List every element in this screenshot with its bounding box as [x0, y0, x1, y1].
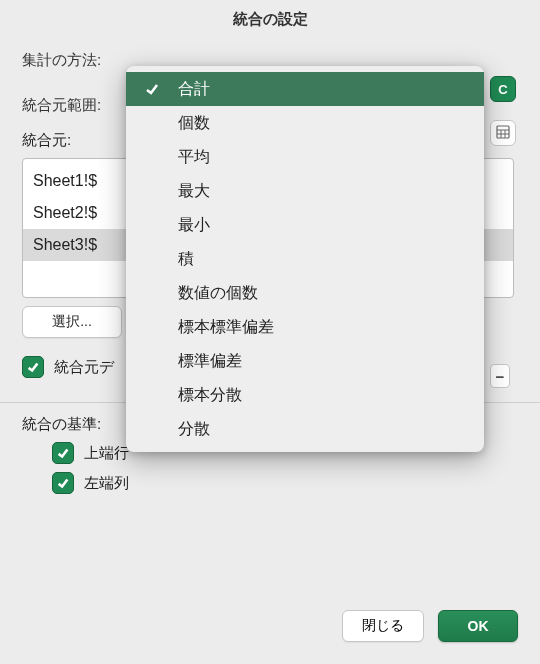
dropdown-option[interactable]: 分散	[126, 412, 484, 446]
close-button-label: 閉じる	[362, 617, 404, 635]
dropdown-option[interactable]: 積	[126, 242, 484, 276]
dropdown-option-label: 数値の個数	[178, 284, 258, 301]
dropdown-option[interactable]: 最小	[126, 208, 484, 242]
dropdown-option-label: 最小	[178, 216, 210, 233]
dropdown-option[interactable]: 数値の個数	[126, 276, 484, 310]
checkbox-checked-icon[interactable]	[52, 472, 74, 494]
refresh-button[interactable]: C	[490, 76, 516, 102]
function-label: 集計の方法:	[22, 51, 122, 70]
dropdown-option[interactable]: 個数	[126, 106, 484, 140]
dropdown-option-label: 標準偏差	[178, 352, 242, 369]
refresh-icon: C	[498, 82, 507, 97]
dropdown-option-label: 分散	[178, 420, 210, 437]
top-row-label: 上端行	[84, 444, 129, 463]
left-col-label: 左端列	[84, 474, 129, 493]
dropdown-option[interactable]: 平均	[126, 140, 484, 174]
delete-button[interactable]: −	[490, 364, 510, 388]
dropdown-option-label: 個数	[178, 114, 210, 131]
dropdown-option[interactable]: 標準偏差	[126, 344, 484, 378]
dropdown-option-label: 最大	[178, 182, 210, 199]
dropdown-option-label: 合計	[178, 80, 210, 97]
dropdown-option-label: 積	[178, 250, 194, 267]
reference-label: 統合元範囲:	[22, 96, 122, 115]
dropdown-option-label: 標本標準偏差	[178, 318, 274, 335]
checkbox-checked-icon[interactable]	[52, 442, 74, 464]
dropdown-option[interactable]: 最大	[126, 174, 484, 208]
dropdown-option-label: 平均	[178, 148, 210, 165]
dialog-footer: 閉じる OK	[342, 610, 518, 642]
function-dropdown[interactable]: 合計 個数 平均 最大 最小 積 数値の個数 標本標準偏差 標準偏差 標本分散 …	[126, 66, 484, 452]
dropdown-option[interactable]: 合計	[126, 72, 484, 106]
grid-icon	[496, 125, 510, 142]
checkbox-checked-icon[interactable]	[22, 356, 44, 378]
minus-icon: −	[496, 368, 505, 385]
dropdown-option[interactable]: 標本標準偏差	[126, 310, 484, 344]
left-col-checkbox-row[interactable]: 左端列	[52, 472, 518, 494]
dropdown-option[interactable]: 標本分散	[126, 378, 484, 412]
ok-button[interactable]: OK	[438, 610, 518, 642]
select-button[interactable]: 選択...	[22, 306, 122, 338]
check-icon	[144, 81, 160, 97]
select-button-label: 選択...	[52, 313, 92, 331]
link-sources-label: 統合元デ	[54, 358, 114, 377]
dialog-title: 統合の設定	[0, 0, 540, 45]
dropdown-option-label: 標本分散	[178, 386, 242, 403]
consolidate-dialog: 統合の設定 集計の方法: 統合元範囲: 統合元: Sheet1!$ Sheet2…	[0, 0, 540, 664]
ok-button-label: OK	[468, 618, 489, 634]
range-picker-button[interactable]	[490, 120, 516, 146]
close-button[interactable]: 閉じる	[342, 610, 424, 642]
svg-rect-0	[497, 126, 509, 138]
